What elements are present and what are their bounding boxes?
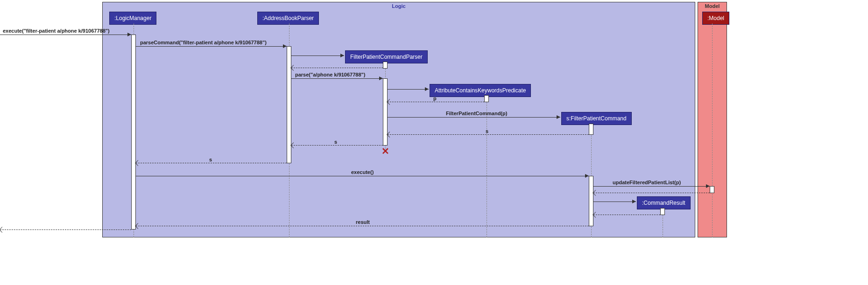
arrowhead-execute1 [127,33,131,36]
arrowhead-execute2 [585,174,589,178]
arrowhead-update [706,184,710,188]
msg-execute2: execute() [351,169,374,175]
logic-manager-box: :LogicManager [109,12,156,25]
arrow-return-model [593,193,710,193]
arrow-create-acp [388,89,429,90]
filter-command-activation1 [589,124,593,135]
model-activation [710,186,714,193]
msg-result: result [356,219,370,225]
arrow-return-p [388,102,484,102]
msg-s2: s [334,139,337,145]
command-result-activation [660,208,665,215]
arrow-create-fpc [388,117,560,118]
model-title: Model [705,3,720,9]
logic-manager-activation [131,35,136,229]
arrowhead-parse [379,76,383,80]
command-result-box: :CommandResult [637,196,691,209]
logic-title: Logic [392,3,405,9]
arrow-result-lm [136,226,589,226]
model-box: :Model [702,12,729,25]
msg-update: updateFilteredPatientList(p) [613,180,681,185]
filter-patient-command-box: s:FilterPatientCommand [561,112,632,125]
address-book-parser-box: :AddressBookParser [257,12,319,25]
arrow-return-cr [593,215,660,215]
arrow-return-s2 [291,145,383,146]
arrowhead-create-acp [425,87,429,91]
arrow-return-fpcp [291,68,383,68]
attribute-predicate-box: AttributeContainsKeywordsPredicate [430,84,531,97]
arrow-return-s3 [136,163,287,163]
arrow-parse [291,78,383,79]
destroy-icon: ✕ [381,146,389,157]
filter-parser-activation1 [383,62,388,69]
attribute-predicate-lifeline [487,95,487,237]
arrowhead-create-fpcp [340,54,344,57]
arrowhead-create-cr [632,200,636,203]
arrow-update [593,186,710,187]
arrow-create-cr [593,202,636,202]
msg-execute1: execute("filter-patient a/phone k/910677… [3,28,110,34]
msg-p: p [433,96,437,101]
arrow-return-s1 [388,134,589,135]
msg-fpc: FilterPatientCommand(p) [446,111,507,116]
msg-parsecommand: parseCommand("filter-patient a/phone k/9… [140,40,267,45]
arrowhead-create-fpc [557,115,560,119]
filter-parser-activation2 [383,78,388,146]
model-lifeline [712,23,713,237]
msg-s1: s [486,128,488,134]
attribute-predicate-activation [484,95,489,102]
arrow-parsecommand [136,46,287,47]
msg-parse: parse("a/phone k/91067788") [295,72,365,77]
arrow-create-fpcp [291,56,344,56]
msg-s3: s [209,157,212,162]
arrow-execute2 [136,176,589,176]
arrow-execute1 [0,35,131,35]
arrow-final-return [0,229,131,230]
arrowhead-parsecommand [283,44,287,48]
filter-command-activation2 [589,176,593,226]
